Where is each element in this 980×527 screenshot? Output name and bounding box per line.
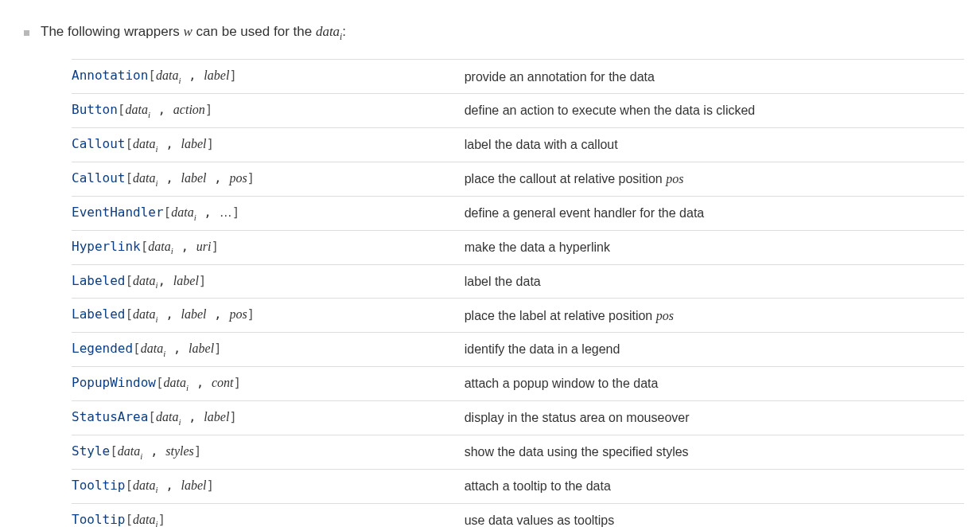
function-name-link[interactable]: StatusArea bbox=[72, 409, 148, 424]
function-name-link[interactable]: Annotation bbox=[72, 68, 148, 83]
data-arg-subscript: i bbox=[186, 383, 189, 392]
wrapper-usage-cell: Annotation[datai , label] bbox=[72, 60, 465, 94]
arg-separator: , bbox=[173, 239, 196, 254]
wrapper-usage-cell: Callout[datai , label , pos] bbox=[72, 162, 465, 196]
data-arg-subscript: i bbox=[156, 178, 158, 188]
arg: pos bbox=[229, 171, 247, 185]
open-bracket: [ bbox=[141, 239, 149, 254]
heading-prefix: The following wrappers bbox=[41, 24, 184, 39]
wrapper-usage-cell: Callout[datai , label] bbox=[72, 128, 465, 162]
data-arg-subscript: i bbox=[140, 451, 142, 461]
function-name-link[interactable]: Labeled bbox=[72, 273, 125, 288]
function-name-link[interactable]: Hyperlink bbox=[72, 239, 141, 254]
ellipsis: … bbox=[220, 205, 232, 219]
function-name-link[interactable]: Callout bbox=[72, 136, 125, 151]
table-row: Annotation[datai , label]provide an anno… bbox=[72, 60, 964, 94]
data-arg-subscript: i bbox=[156, 314, 158, 324]
wrapper-usage-cell: EventHandler[datai , …] bbox=[72, 196, 465, 230]
wrapper-usage-cell: Style[datai , styles] bbox=[72, 435, 465, 469]
section-heading: The following wrappers w can be used for… bbox=[24, 24, 964, 41]
wrapper-description-cell: show the data using the specified styles bbox=[465, 435, 964, 469]
open-bracket: [ bbox=[125, 512, 133, 527]
arg-separator: , bbox=[189, 375, 212, 390]
function-name-link[interactable]: Tooltip bbox=[72, 478, 125, 493]
function-name-link[interactable]: PopupWindow bbox=[72, 375, 156, 390]
desc-text: attach a popup window to the data bbox=[465, 377, 659, 390]
wrapper-description-cell: identify the data in a legend bbox=[465, 333, 964, 367]
data-arg: data bbox=[171, 205, 193, 219]
arg: styles bbox=[165, 444, 194, 458]
data-arg-subscript: i bbox=[178, 417, 181, 427]
heading-suffix: : bbox=[342, 24, 346, 39]
arg: cont bbox=[212, 376, 234, 389]
open-bracket: [ bbox=[133, 341, 141, 356]
desc-text: attach a tooltip to the data bbox=[465, 479, 611, 493]
table-row: Button[datai , action]define an action t… bbox=[72, 94, 964, 128]
function-name-link[interactable]: Style bbox=[72, 443, 110, 459]
arg: label bbox=[189, 342, 214, 355]
close-bracket: ] bbox=[214, 341, 222, 356]
close-bracket: ] bbox=[229, 409, 237, 424]
close-bracket: ] bbox=[206, 136, 214, 151]
open-bracket: [ bbox=[125, 170, 133, 185]
table-row: Hyperlink[datai , uri]make the data a hy… bbox=[72, 230, 964, 264]
arg: label bbox=[181, 171, 206, 185]
wrapper-usage-cell: Tooltip[datai , label] bbox=[72, 469, 465, 503]
data-arg-subscript: i bbox=[163, 349, 165, 358]
arg: label bbox=[181, 478, 206, 492]
function-name-link[interactable]: Legended bbox=[72, 341, 133, 356]
data-arg-subscript: i bbox=[156, 280, 158, 290]
data-arg: data bbox=[133, 171, 155, 185]
data-arg: data bbox=[118, 444, 140, 458]
table-row: EventHandler[datai , …]define a general … bbox=[72, 196, 964, 230]
wrapper-description-cell: define a general event handler for the d… bbox=[465, 196, 964, 230]
heading-text: The following wrappers w can be used for… bbox=[41, 24, 346, 41]
arg-separator: , bbox=[150, 102, 173, 117]
arg: label bbox=[204, 410, 229, 424]
function-name-link[interactable]: Labeled bbox=[72, 306, 125, 322]
function-name-link[interactable]: Callout bbox=[72, 170, 125, 185]
data-arg: data bbox=[164, 376, 186, 389]
data-arg-subscript: i bbox=[148, 110, 150, 119]
wrapper-usage-cell: Legended[datai , label] bbox=[72, 333, 465, 367]
desc-text: use data values as tooltips bbox=[465, 513, 615, 527]
data-arg: data bbox=[133, 137, 155, 150]
table-row: Callout[datai , label]label the data wit… bbox=[72, 128, 964, 162]
wrappers-table: Annotation[datai , label]provide an anno… bbox=[72, 59, 964, 527]
wrapper-description-cell: attach a tooltip to the data bbox=[465, 469, 964, 503]
desc-text: place the callout at relative position bbox=[465, 172, 666, 185]
desc-text: place the label at relative position bbox=[465, 309, 656, 322]
wrapper-description-cell: define an action to execute when the dat… bbox=[465, 94, 964, 128]
wrapper-usage-cell: StatusArea[datai , label] bbox=[72, 400, 465, 435]
arg-separator: , bbox=[158, 478, 181, 493]
desc-text: define a general event handler for the d… bbox=[465, 206, 705, 220]
close-bracket: ] bbox=[234, 375, 242, 390]
desc-text: provide an annotation for the data bbox=[465, 70, 655, 84]
arg-separator: , bbox=[142, 443, 165, 459]
wrapper-usage-cell: Labeled[datai, label] bbox=[72, 264, 465, 299]
table-row: PopupWindow[datai , cont]attach a popup … bbox=[72, 367, 964, 401]
table-row: Labeled[datai, label]label the data bbox=[72, 264, 964, 299]
open-bracket: [ bbox=[164, 205, 172, 220]
function-name-link[interactable]: Tooltip bbox=[72, 512, 125, 527]
arg-separator: , bbox=[206, 170, 229, 185]
function-name-link[interactable]: EventHandler bbox=[72, 205, 164, 220]
open-bracket: [ bbox=[125, 478, 133, 493]
wrapper-usage-cell: Tooltip[datai] bbox=[72, 503, 465, 527]
wrapper-usage-cell: Button[datai , action] bbox=[72, 94, 465, 128]
open-bracket: [ bbox=[110, 443, 118, 459]
open-bracket: [ bbox=[125, 306, 133, 322]
arg-separator: , bbox=[165, 341, 189, 356]
wrapper-description-cell: place the label at relative position pos bbox=[465, 299, 964, 333]
bullet-icon bbox=[24, 30, 29, 36]
arg-separator: , bbox=[181, 68, 204, 83]
arg-separator: , bbox=[158, 306, 181, 322]
heading-datavar: data bbox=[316, 24, 340, 39]
desc-text: define an action to execute when the dat… bbox=[465, 103, 756, 117]
arg: uri bbox=[196, 240, 212, 253]
data-arg: data bbox=[133, 478, 155, 492]
arg: label bbox=[181, 307, 206, 321]
arg-separator: , bbox=[206, 306, 229, 322]
close-bracket: ] bbox=[199, 273, 207, 288]
function-name-link[interactable]: Button bbox=[72, 102, 118, 117]
